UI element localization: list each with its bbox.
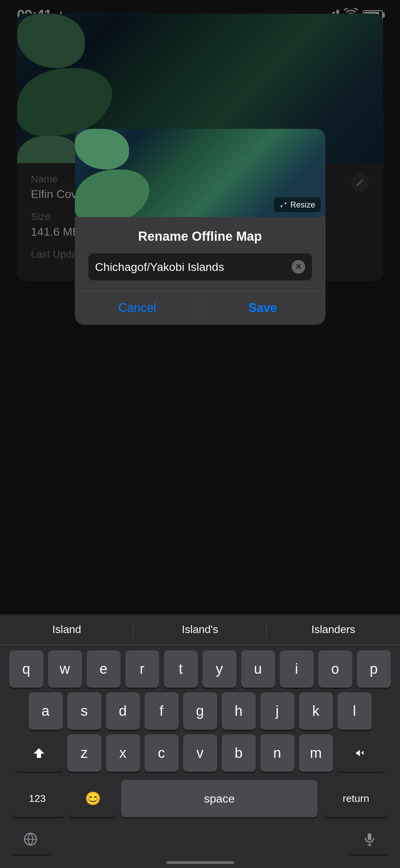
- key-y[interactable]: y: [203, 650, 236, 688]
- globe-icon: [23, 832, 38, 846]
- key-v[interactable]: v: [183, 734, 217, 772]
- keyboard-rows: q w e r t y u i o p a s d f g h j k l: [0, 645, 400, 868]
- key-t[interactable]: t: [164, 650, 198, 688]
- key-numbers[interactable]: 123: [10, 780, 64, 817]
- key-row-5: [3, 824, 397, 865]
- delete-icon: [355, 748, 368, 758]
- resize-icon: [279, 201, 288, 209]
- keyboard: Island Island's Islanders q w e r t y u …: [0, 614, 400, 868]
- autocomplete-islands[interactable]: Island's: [133, 616, 267, 643]
- key-z[interactable]: z: [67, 734, 101, 772]
- key-u[interactable]: u: [241, 650, 275, 688]
- key-p[interactable]: p: [357, 650, 391, 688]
- key-row-1: q w e r t y u i o p: [3, 650, 397, 688]
- key-row-2: a s d f g h j k l: [3, 692, 397, 730]
- key-shift[interactable]: [15, 734, 63, 772]
- cancel-button[interactable]: Cancel: [75, 291, 201, 325]
- key-x[interactable]: x: [106, 734, 140, 772]
- svg-rect-1: [368, 833, 372, 841]
- resize-badge: Resize: [274, 197, 320, 212]
- dialog-title: Rename Offline Map: [88, 229, 312, 244]
- key-return[interactable]: return: [322, 780, 390, 817]
- key-m[interactable]: m: [299, 734, 333, 772]
- key-r[interactable]: r: [125, 650, 159, 688]
- key-emoji[interactable]: 😊: [69, 780, 117, 817]
- key-s[interactable]: s: [67, 692, 101, 730]
- home-indicator: [166, 861, 234, 864]
- key-delete[interactable]: [338, 734, 385, 772]
- resize-label: Resize: [290, 200, 315, 210]
- autocomplete-island[interactable]: Island: [0, 616, 133, 643]
- key-h[interactable]: h: [222, 692, 256, 730]
- key-row-3: z x c v b n m: [3, 734, 397, 772]
- dialog-input-wrap[interactable]: [88, 253, 312, 280]
- key-w[interactable]: w: [48, 650, 82, 688]
- key-e[interactable]: e: [87, 650, 121, 688]
- key-a[interactable]: a: [29, 692, 63, 730]
- dialog-body: Rename Offline Map: [75, 217, 325, 280]
- key-n[interactable]: n: [260, 734, 294, 772]
- autocomplete-islanders[interactable]: Islanders: [267, 616, 400, 643]
- key-k[interactable]: k: [299, 692, 333, 730]
- key-l[interactable]: l: [338, 692, 372, 730]
- key-c[interactable]: c: [145, 734, 178, 772]
- shift-icon: [33, 747, 45, 760]
- key-o[interactable]: o: [318, 650, 352, 688]
- key-row-4: 123 😊 space return: [3, 776, 397, 824]
- key-i[interactable]: i: [280, 650, 314, 688]
- key-d[interactable]: d: [106, 692, 140, 730]
- key-microphone[interactable]: [349, 824, 390, 854]
- dialog-buttons: Cancel Save: [75, 291, 325, 325]
- key-globe[interactable]: [10, 824, 51, 854]
- key-j[interactable]: j: [260, 692, 294, 730]
- dialog-map-thumbnail: Resize: [75, 129, 325, 217]
- save-button[interactable]: Save: [200, 291, 325, 325]
- key-f[interactable]: f: [145, 692, 178, 730]
- key-g[interactable]: g: [183, 692, 217, 730]
- autocomplete-bar: Island Island's Islanders: [0, 614, 400, 645]
- clear-input-button[interactable]: [292, 260, 305, 274]
- rename-dialog: Resize Rename Offline Map Cancel Save: [75, 129, 325, 325]
- map-name-input[interactable]: [95, 260, 292, 274]
- key-b[interactable]: b: [222, 734, 256, 772]
- key-space[interactable]: space: [121, 780, 317, 817]
- microphone-icon: [362, 832, 377, 846]
- key-q[interactable]: q: [9, 650, 43, 688]
